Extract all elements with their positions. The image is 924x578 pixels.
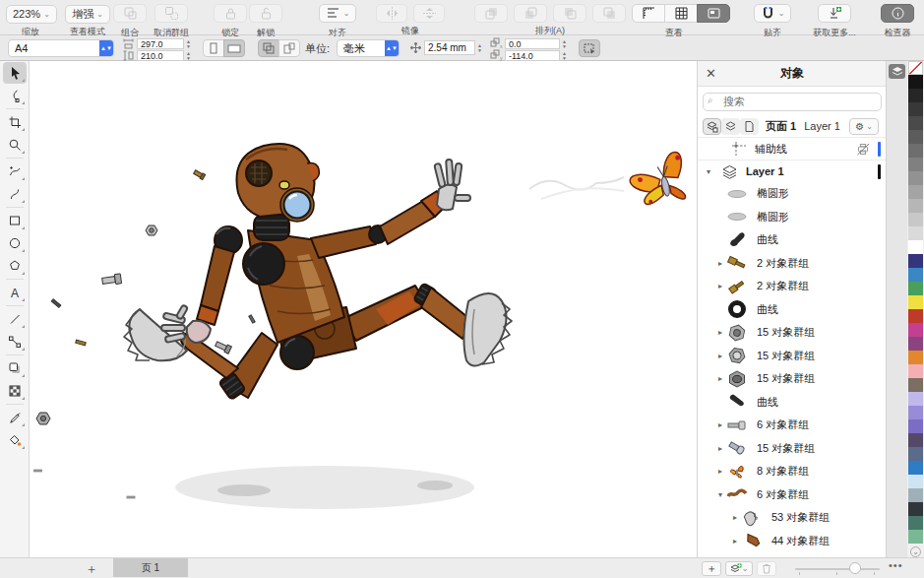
mirror-horizontal-button[interactable] [376,4,407,23]
combine-button[interactable] [113,4,147,23]
object-row[interactable]: 曲线 [698,228,887,252]
tool-crop[interactable] [3,111,27,133]
duplicate-y-field[interactable]: ▲▼ [505,50,569,61]
color-swatch[interactable] [908,89,923,102]
color-swatch[interactable] [908,268,923,282]
tool-rectangle[interactable] [3,210,27,231]
add-object-button[interactable]: ＋ [702,561,721,576]
color-swatch[interactable] [908,488,923,502]
color-swatch[interactable] [908,406,923,419]
view-page-button[interactable] [697,4,730,23]
portrait-button[interactable] [203,39,224,57]
tool-fill[interactable] [3,429,27,451]
object-row[interactable]: ▸2 对象群组 [698,252,887,276]
color-swatch[interactable] [908,323,923,337]
breadcrumb-layer[interactable]: Layer 1 [804,120,840,132]
disclosure-icon[interactable]: ▾ [715,490,725,499]
delete-object-button[interactable] [757,561,776,576]
arrange-to-back-button[interactable] [592,4,626,23]
tool-polygon[interactable] [3,255,27,277]
page-tab[interactable]: 页 1 [113,558,188,577]
color-swatch[interactable] [908,461,923,475]
color-swatch[interactable] [908,433,923,447]
slider-thumb[interactable] [849,562,861,574]
thumbnail-size-slider[interactable] [795,568,880,570]
color-swatch[interactable] [908,530,923,544]
stepper-icon[interactable]: ▲▼ [184,50,193,61]
snap-dropdown[interactable]: ⌄ [754,4,792,23]
view-layers-button[interactable] [721,118,740,135]
mirror-vertical-button[interactable] [413,4,445,23]
tool-text[interactable]: A [3,282,27,303]
object-row[interactable]: 椭圆形 [698,182,887,206]
disclosure-icon[interactable]: ▸ [715,282,725,290]
object-search[interactable]: ⌕ [703,92,882,110]
view-mode-dropdown[interactable]: 增强⌄ [65,5,110,24]
drawing-canvas[interactable] [30,61,697,557]
treat-as-filled-toggle[interactable] [579,39,600,57]
ungroup-button[interactable] [154,4,188,23]
disclosure-icon[interactable]: ▸ [715,328,725,337]
tool-shape[interactable] [3,85,27,106]
color-swatch[interactable] [908,171,923,185]
color-swatch[interactable] [908,502,923,516]
color-swatch[interactable] [908,309,923,323]
palette-more-button[interactable]: ⌄ [910,546,921,557]
object-row[interactable]: 曲线 [698,298,887,322]
disclosure-icon[interactable]: ▸ [715,467,725,476]
arrange-to-front-button[interactable] [474,4,508,23]
objects-tab-button[interactable] [889,64,905,79]
object-row[interactable]: ▸2 对象群组 [698,275,887,298]
page-size-select[interactable]: A4 ▲▼ [8,39,114,57]
inspector-button[interactable] [881,4,914,23]
color-swatch[interactable] [908,364,923,378]
stepper-icon[interactable]: ▲▼ [560,50,569,61]
align-dropdown[interactable]: ⌄ [319,4,357,23]
tool-line[interactable] [3,308,27,330]
object-row[interactable]: ▸15 对象群组 [698,321,887,345]
color-swatch[interactable] [908,116,923,130]
arrange-backward-button[interactable] [553,4,586,23]
stepper-icon[interactable]: ▲▼ [560,38,569,49]
color-swatch[interactable] [908,144,923,158]
zoom-level-dropdown[interactable]: 223%⌄ [6,5,57,24]
disclosure-icon[interactable]: ▸ [730,513,740,522]
color-swatch[interactable] [908,419,923,433]
disclosure-icon[interactable]: ▸ [715,444,725,453]
object-row[interactable]: ▸44 对象群组 [698,530,887,553]
tool-freehand[interactable] [3,161,27,182]
color-swatch[interactable] [908,158,923,171]
view-pages-button[interactable] [740,118,759,135]
landscape-button[interactable] [223,39,245,57]
color-swatch[interactable] [908,516,923,530]
tool-eyedropper[interactable] [3,407,27,428]
view-grid-button[interactable] [664,4,698,23]
color-swatch[interactable] [908,102,923,116]
tool-pick[interactable] [3,62,27,84]
color-swatch[interactable] [908,75,923,89]
object-row[interactable]: ▸15 对象群组 [698,437,887,461]
new-layer-dropdown[interactable]: ⌄ [725,561,753,576]
color-swatch[interactable] [908,475,923,488]
color-swatch[interactable] [908,240,923,254]
color-swatch[interactable] [908,226,923,240]
color-swatch[interactable] [908,130,923,144]
object-row[interactable]: ▸53 对象群组 [698,506,887,530]
disclosure-icon[interactable]: ▸ [715,352,725,360]
arrange-forward-button[interactable] [514,4,547,23]
object-row[interactable]: 曲线 [698,391,887,415]
object-row[interactable]: ▸15 对象群组 [698,345,887,368]
color-swatch[interactable] [908,282,923,295]
object-row[interactable]: ▾6 对象群组 [698,483,887,507]
guides-row[interactable]: 辅助线 [698,137,887,160]
no-print-icon[interactable] [856,142,871,157]
page-width-field[interactable]: ▲▼ [137,38,193,49]
tool-connector[interactable] [3,331,27,353]
add-page-button[interactable]: ＋ [84,560,99,576]
color-swatch[interactable] [908,254,923,268]
object-row[interactable]: ▸6 对象群组 [698,414,887,437]
tool-ellipse[interactable] [3,232,27,254]
color-swatch[interactable] [908,351,923,364]
color-swatch[interactable] [908,337,923,351]
tool-zoom[interactable] [3,134,27,156]
